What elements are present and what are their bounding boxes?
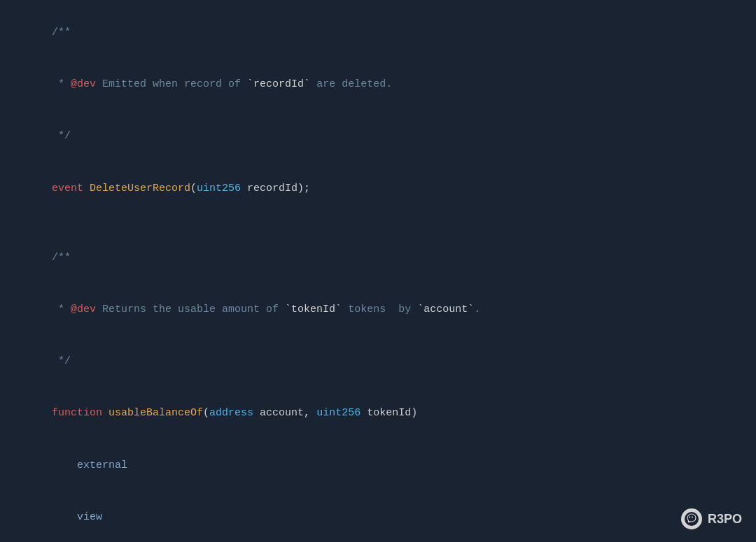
keyword-function-1: function <box>52 407 108 419</box>
comment-open-2: /** <box>52 252 71 264</box>
type-uint256-1: uint256 <box>197 183 241 194</box>
line-4: event DeleteUserRecord(uint256 recordId)… <box>14 163 742 215</box>
comment-close-1: */ <box>52 130 71 142</box>
line-11: view <box>14 492 742 542</box>
func-name-1: usableBalanceOf <box>108 407 203 419</box>
comment-body-2: * @dev Returns the usable amount of `tok… <box>52 304 480 315</box>
comment-open-1: /** <box>52 27 71 38</box>
line-8: */ <box>14 336 742 387</box>
punct-2: ); <box>298 183 310 194</box>
code-container: /** * @dev Emitted when record of `recor… <box>0 0 756 542</box>
param-tokenid-1: tokenId <box>360 407 411 419</box>
watermark-text: R3PO <box>708 512 742 527</box>
punct-1: ( <box>190 183 197 194</box>
param-account-1: account <box>253 407 304 419</box>
line-10: external <box>14 440 742 492</box>
type-address-1: address <box>209 407 253 419</box>
punct-4: , <box>304 407 316 419</box>
watermark: R3PO <box>681 508 742 529</box>
event-name-1: DeleteUserRecord <box>90 183 190 194</box>
punct-3: ( <box>203 407 209 419</box>
comment-body-1: * @dev Emitted when record of `recordId`… <box>52 78 392 90</box>
line-6: /** <box>14 232 742 284</box>
line-7: * @dev Returns the usable amount of `tok… <box>14 284 742 336</box>
comment-close-2: */ <box>52 355 71 367</box>
line-1: /** <box>14 7 742 59</box>
param-recordid-1: recordId <box>241 183 298 194</box>
wechat-icon <box>681 508 702 529</box>
line-2: * @dev Emitted when record of `recordId`… <box>14 59 742 110</box>
keyword-event-1: event <box>52 183 90 194</box>
code-block: /** * @dev Emitted when record of `recor… <box>14 7 742 542</box>
punct-5: ) <box>411 407 417 419</box>
line-9: function usableBalanceOf(address account… <box>14 388 742 440</box>
keyword-external-1: external <box>52 459 127 471</box>
blank-1 <box>14 215 742 232</box>
type-uint256-2: uint256 <box>316 407 360 419</box>
line-3: */ <box>14 111 742 163</box>
keyword-view-1: view <box>52 511 102 523</box>
